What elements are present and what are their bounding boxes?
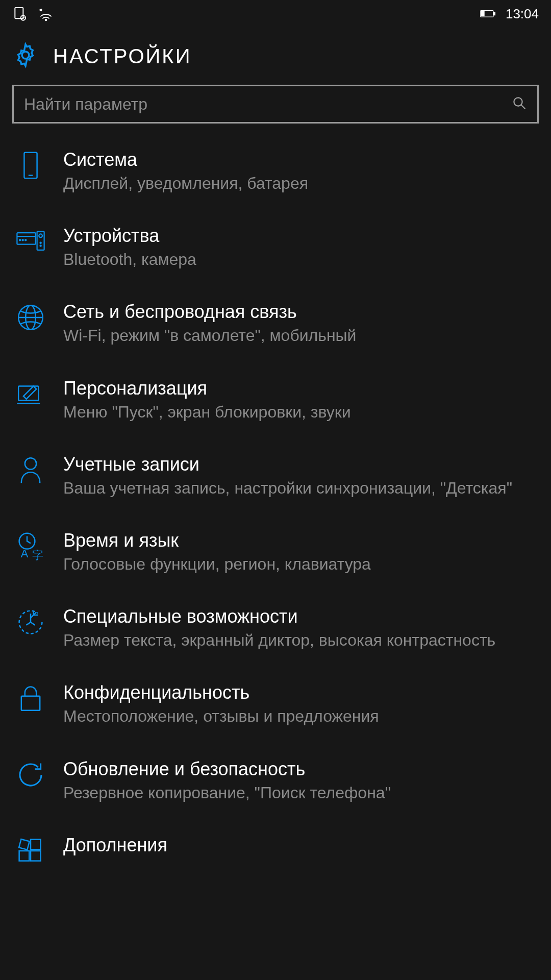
phone-icon [16, 151, 45, 180]
svg-point-2 [45, 19, 47, 21]
svg-point-14 [22, 239, 23, 240]
item-subtitle: Резервное копирование, "Поиск телефона" [63, 782, 535, 804]
status-bar: 13:04 [0, 0, 551, 28]
search-box[interactable] [12, 85, 539, 124]
svg-rect-4 [494, 12, 495, 15]
lock-icon [16, 684, 45, 713]
svg-rect-29 [21, 696, 40, 710]
svg-point-13 [19, 239, 20, 240]
personalization-icon [16, 380, 45, 408]
svg-rect-31 [31, 851, 41, 861]
devices-icon [16, 227, 45, 256]
item-subtitle: Размер текста, экранный диктор, высокая … [63, 629, 535, 651]
svg-rect-30 [19, 851, 30, 861]
settings-item-network[interactable]: Сеть и беспроводная связь Wi-Fi, режим "… [12, 286, 539, 362]
svg-rect-9 [24, 153, 37, 178]
item-title: Специальные возможности [63, 606, 535, 627]
settings-item-accounts[interactable]: Учетные записи Ваша учетная запись, наст… [12, 438, 539, 514]
page-title: НАСТРОЙКИ [53, 45, 191, 68]
item-title: Учетные записи [63, 454, 535, 475]
svg-text:字: 字 [32, 549, 43, 560]
svg-text:A: A [20, 547, 28, 560]
svg-rect-0 [15, 8, 23, 18]
svg-point-17 [39, 234, 42, 238]
accessibility-icon [16, 608, 45, 636]
search-input[interactable] [24, 95, 512, 114]
settings-item-time-language[interactable]: A 字 Время и язык Голосовые функции, реги… [12, 514, 539, 591]
item-subtitle: Меню "Пуск", экран блокировки, звуки [63, 401, 535, 423]
settings-item-system[interactable]: Система Дисплей, уведомления, батарея [12, 134, 539, 210]
svg-point-6 [22, 52, 29, 59]
battery-icon [480, 6, 496, 22]
item-subtitle: Bluetooth, камера [63, 249, 535, 271]
settings-item-update-security[interactable]: Обновление и безопасность Резервное копи… [12, 743, 539, 819]
svg-point-7 [514, 97, 522, 106]
extras-icon [16, 837, 45, 865]
item-subtitle: Ваша учетная запись, настройки синхрониз… [63, 477, 535, 499]
settings-item-devices[interactable]: Устройства Bluetooth, камера [12, 210, 539, 286]
item-title: Время и язык [63, 530, 535, 551]
svg-rect-33 [19, 839, 30, 850]
item-subtitle: Дисплей, уведомления, батарея [63, 173, 535, 194]
svg-point-18 [40, 242, 41, 243]
item-subtitle: Местоположение, отзывы и предложения [63, 705, 535, 727]
item-title: Сеть и беспроводная связь [63, 301, 535, 323]
gear-icon [12, 42, 39, 70]
settings-item-accessibility[interactable]: Специальные возможности Размер текста, э… [12, 591, 539, 667]
search-icon[interactable] [512, 95, 527, 113]
item-title: Обновление и безопасность [63, 758, 535, 780]
svg-point-25 [25, 458, 36, 469]
svg-point-15 [25, 239, 26, 240]
wifi-icon [38, 6, 54, 22]
settings-item-privacy[interactable]: Конфиденциальность Местоположение, отзыв… [12, 667, 539, 743]
settings-item-personalization[interactable]: Персонализация Меню "Пуск", экран блокир… [12, 362, 539, 438]
settings-list: Система Дисплей, уведомления, батарея Ус… [0, 134, 551, 880]
clock: 13:04 [506, 6, 539, 22]
svg-rect-5 [482, 12, 484, 16]
sync-icon [12, 6, 29, 22]
item-title: Персонализация [63, 378, 535, 399]
item-title: Дополнения [63, 835, 535, 856]
svg-rect-11 [17, 233, 35, 244]
item-title: Конфиденциальность [63, 682, 535, 703]
update-icon [16, 761, 45, 789]
item-title: Система [63, 149, 535, 170]
globe-icon [16, 303, 45, 332]
item-subtitle: Голосовые функции, регион, клавиатура [63, 553, 535, 575]
person-icon [16, 456, 45, 484]
svg-point-19 [40, 245, 41, 246]
svg-line-8 [521, 105, 525, 109]
item-subtitle: Wi-Fi, режим "в самолете", мобильный [63, 325, 535, 347]
settings-item-extras[interactable]: Дополнения [12, 819, 539, 880]
page-header: НАСТРОЙКИ [0, 28, 551, 85]
svg-rect-32 [31, 839, 41, 849]
time-language-icon: A 字 [16, 532, 45, 560]
item-title: Устройства [63, 225, 535, 247]
